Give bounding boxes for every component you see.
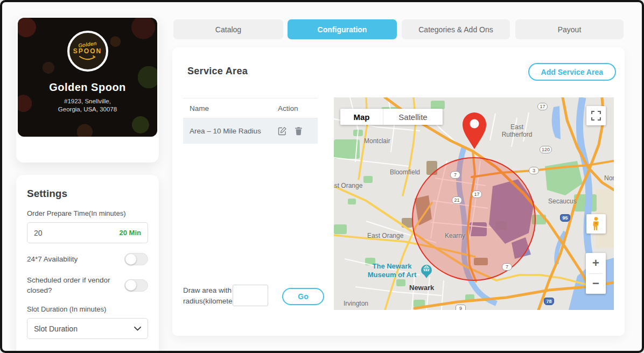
vendor-address-line2: Georgia, USA, 30078	[18, 105, 157, 114]
toggle-knob	[125, 254, 136, 265]
vendor-address: #1923, Snellville, Georgia, USA, 30078	[18, 97, 157, 114]
vendor-card: Golden SPOON Golden Spoon #1923, Snellvi…	[16, 16, 159, 163]
configuration-panel: Service Area Add Service Area Name Actio…	[172, 47, 625, 336]
toggle-knob	[125, 280, 136, 291]
order-prepare-badge: 20 Min	[120, 229, 141, 237]
route-badge-17: 17	[537, 103, 548, 110]
scheduled-order-toggle[interactable]	[124, 279, 148, 292]
tab-payout[interactable]: Payout	[515, 19, 624, 39]
pegman-button[interactable]	[586, 214, 606, 234]
slot-duration-select[interactable]: Slot Duration	[27, 318, 148, 339]
settings-title: Settings	[27, 188, 148, 200]
map-type-control: Map Satellite	[340, 109, 443, 125]
slot-duration-value: Slot Duration	[34, 324, 78, 333]
radius-input[interactable]	[233, 285, 268, 306]
route-badge-120: 120	[540, 146, 552, 153]
spoon-swoosh-icon	[79, 55, 97, 61]
availability-label: 24*7 Availability	[27, 254, 78, 264]
vendor-logo-word: SPOON	[73, 47, 102, 55]
area-name: Area – 10 Mile Radius	[183, 127, 278, 135]
chevron-down-icon	[134, 327, 141, 331]
edit-area-button[interactable]	[278, 126, 287, 136]
route-badge-3: 3	[529, 167, 539, 174]
service-radius-circle	[412, 158, 535, 280]
table-row: Area – 10 Mile Radius	[183, 118, 318, 144]
column-header-name: Name	[183, 104, 278, 112]
zoom-control: + −	[586, 253, 606, 294]
vendor-cover-photo: Golden SPOON Golden Spoon #1923, Snellvi…	[18, 18, 157, 137]
pegman-icon	[592, 217, 600, 231]
tab-catalog[interactable]: Catalog	[173, 19, 283, 39]
order-prepare-value: 20	[34, 229, 120, 237]
order-prepare-input[interactable]: 20 20 Min	[27, 222, 148, 243]
map-canvas[interactable]	[334, 97, 614, 310]
route-badge-i78: 78	[544, 298, 554, 305]
zoom-out-button[interactable]: −	[586, 274, 606, 294]
draw-radius-label: Draw area with radius(kilometer)	[183, 285, 235, 307]
add-service-area-button[interactable]: Add Service Area	[528, 63, 616, 81]
vendor-name: Golden Spoon	[18, 81, 157, 94]
table-header: Name Action	[183, 98, 318, 118]
vendor-address-line1: #1923, Snellville,	[18, 97, 157, 105]
service-area-title: Service Area	[187, 66, 248, 77]
route-badge-17b: 17	[472, 190, 482, 198]
map-type-satellite-button[interactable]: Satellite	[383, 109, 443, 125]
tab-configuration[interactable]: Configuration	[288, 19, 397, 39]
map-type-map-button[interactable]: Map	[340, 109, 383, 125]
go-button[interactable]: Go	[282, 288, 324, 305]
app-window: Golden SPOON Golden Spoon #1923, Snellvi…	[0, 0, 644, 353]
map-container[interactable]: Montclair East Rutherford Bloomfield Eas…	[334, 97, 614, 310]
tab-categories-addons[interactable]: Categories & Add Ons	[402, 19, 510, 39]
availability-toggle[interactable]	[124, 253, 148, 265]
route-badge-7b: 7	[502, 263, 512, 271]
route-badge-21: 21	[452, 196, 462, 204]
vendor-logo: Golden SPOON	[67, 31, 108, 72]
order-prepare-label: Order Prepare Time(In minutes)	[27, 209, 148, 217]
route-badge-i95: 95	[560, 214, 570, 222]
scheduled-order-label: Scheduled order if vendor closed?	[27, 275, 124, 295]
column-header-action: Action	[278, 104, 318, 112]
slot-duration-label: Slot Duration (In minutes)	[27, 305, 148, 313]
edit-icon	[278, 126, 287, 136]
service-area-table: Name Action Area – 10 Mile Radius	[183, 98, 318, 144]
zoom-in-button[interactable]: +	[586, 253, 606, 273]
settings-panel: Settings Order Prepare Time(In minutes) …	[16, 175, 159, 353]
fullscreen-button[interactable]	[586, 106, 606, 125]
delete-area-button[interactable]	[295, 126, 303, 136]
fullscreen-icon	[591, 111, 601, 121]
route-badge-7a: 7	[450, 171, 460, 179]
trash-icon	[295, 126, 303, 136]
route-badge-us9: 9	[456, 305, 466, 310]
